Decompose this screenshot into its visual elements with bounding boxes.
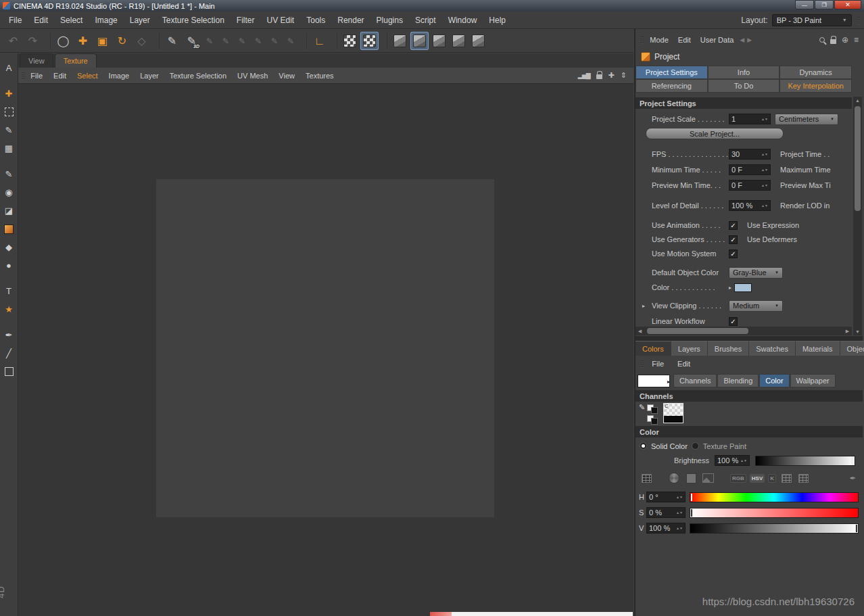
target-icon[interactable]: ⊕ bbox=[842, 35, 848, 45]
projection-paint-icon-1[interactable]: ✎ bbox=[202, 32, 217, 50]
color-box-icon[interactable] bbox=[684, 472, 698, 484]
uv-checker-icon-2[interactable] bbox=[360, 32, 379, 50]
projection-paint-icon-2[interactable]: ✎ bbox=[218, 32, 233, 50]
redo-icon[interactable]: ↷ bbox=[24, 32, 42, 50]
lock-icon[interactable] bbox=[830, 39, 836, 44]
sponge-tool-icon[interactable]: ● bbox=[2, 258, 16, 273]
move-tool-icon[interactable]: ✚ bbox=[2, 87, 16, 101]
texmenu-view[interactable]: View bbox=[273, 72, 300, 80]
shape-tool-icon[interactable] bbox=[2, 364, 16, 379]
texmenu-select[interactable]: Select bbox=[72, 72, 103, 80]
projection-paint-icon-5[interactable]: ✎ bbox=[267, 32, 282, 50]
grip-handle-icon[interactable]: ⣿ bbox=[640, 37, 644, 43]
projection-paint-icon-6[interactable]: ✎ bbox=[283, 32, 298, 50]
menu-select[interactable]: Select bbox=[54, 16, 89, 25]
gradient-marker[interactable] bbox=[691, 494, 692, 501]
colors-menu-file[interactable]: File bbox=[646, 360, 669, 368]
fps-field[interactable]: 30▲▼ bbox=[729, 149, 771, 160]
pan-icon[interactable]: ✚ bbox=[608, 71, 615, 80]
texture-view-cube-icon-2[interactable] bbox=[410, 32, 429, 50]
zoom-icon[interactable]: ⇕ bbox=[621, 71, 627, 80]
stepper-icon[interactable]: ▲▼ bbox=[676, 496, 683, 498]
tab-channels[interactable]: Channels bbox=[673, 374, 717, 387]
k-mode-icon[interactable]: K bbox=[768, 474, 776, 483]
tab-info[interactable]: Info bbox=[708, 66, 780, 79]
maximize-button[interactable]: ❐ bbox=[815, 0, 834, 9]
menu-edit[interactable]: Edit bbox=[28, 16, 54, 25]
use-motion-system-checkbox[interactable]: ✓ bbox=[729, 250, 738, 258]
histogram-icon[interactable]: ▂▅▇ bbox=[578, 72, 590, 79]
channel-swatch-pair[interactable] bbox=[647, 415, 658, 425]
texmenu-textures[interactable]: Textures bbox=[300, 72, 339, 80]
projection-paint-icon-3[interactable]: ✎ bbox=[235, 32, 249, 50]
use-animation-checkbox[interactable]: ✓ bbox=[729, 221, 738, 230]
clone-tool-icon[interactable]: ◉ bbox=[2, 185, 16, 199]
lock-icon[interactable] bbox=[596, 74, 602, 79]
menu-script[interactable]: Script bbox=[409, 16, 442, 25]
saturation-field[interactable]: 0 %▲▼ bbox=[646, 507, 686, 518]
line-tool-icon[interactable]: ╱ bbox=[2, 346, 16, 360]
scroll-right-icon[interactable]: ▶ bbox=[843, 329, 852, 334]
gradient-marker[interactable] bbox=[691, 509, 692, 517]
texture-view-cube-icon-4[interactable] bbox=[450, 32, 468, 50]
use-generators-checkbox[interactable]: ✓ bbox=[729, 235, 738, 244]
menu-layer[interactable]: Layer bbox=[124, 16, 156, 25]
tab-texture[interactable]: Texture bbox=[55, 53, 97, 68]
scroll-left-icon[interactable]: ◀ bbox=[635, 329, 644, 334]
texmenu-layer[interactable]: Layer bbox=[135, 72, 164, 80]
tab-color[interactable]: Color bbox=[759, 374, 789, 387]
section-header-channels[interactable]: Channels bbox=[635, 390, 863, 402]
stepper-icon[interactable]: ▲▼ bbox=[761, 204, 768, 207]
smudge-tool-icon[interactable]: ◆ bbox=[2, 240, 16, 254]
default-object-color-dropdown[interactable]: Gray-Blue▼ bbox=[729, 267, 783, 279]
menu-help[interactable]: Help bbox=[483, 16, 512, 25]
color-picker-icon[interactable] bbox=[640, 472, 653, 484]
stepper-icon[interactable]: ▲▼ bbox=[761, 184, 768, 187]
section-header-project-settings[interactable]: Project Settings bbox=[635, 97, 852, 109]
texture-image[interactable] bbox=[156, 179, 494, 517]
stepper-icon[interactable]: ▲▼ bbox=[761, 168, 768, 171]
type-tool-icon[interactable]: T bbox=[2, 284, 16, 298]
swatch-grid-icon[interactable] bbox=[796, 472, 810, 484]
gradient-marker[interactable] bbox=[856, 525, 857, 532]
eyedropper-icon[interactable]: ✒ bbox=[850, 474, 856, 483]
preview-min-time-field[interactable]: 0 F▲▼ bbox=[729, 180, 771, 191]
expand-arrow-icon[interactable]: ▸ bbox=[642, 303, 645, 309]
tab-colors[interactable]: Colors bbox=[635, 341, 671, 356]
scrollbar-thumb[interactable] bbox=[647, 328, 748, 334]
minimum-time-field[interactable]: 0 F▲▼ bbox=[729, 164, 771, 175]
menu-uv-edit[interactable]: UV Edit bbox=[261, 16, 301, 25]
tab-brushes[interactable]: Brushes bbox=[708, 341, 749, 356]
text-tool-icon[interactable]: A bbox=[2, 61, 16, 75]
colors-menu-edit[interactable]: Edit bbox=[672, 360, 696, 368]
rotate-icon[interactable]: ↻ bbox=[113, 32, 131, 50]
hsv-mode-icon[interactable]: HSV bbox=[750, 474, 765, 483]
mixer-icon[interactable] bbox=[779, 472, 793, 484]
menu-tools[interactable]: Tools bbox=[300, 16, 331, 25]
grip-handle-icon[interactable]: ⣿ bbox=[856, 17, 860, 24]
pattern-tool-icon[interactable]: ▦ bbox=[2, 141, 16, 156]
projection-paint-icon-4[interactable]: ✎ bbox=[251, 32, 266, 50]
live-selection-icon[interactable]: ◯ bbox=[54, 32, 72, 50]
tab-swatches[interactable]: Swatches bbox=[749, 341, 796, 356]
history-forward-icon[interactable]: ▶ bbox=[747, 37, 752, 43]
brightness-gradient-bar[interactable] bbox=[755, 456, 855, 466]
menu-file[interactable]: File bbox=[3, 16, 28, 25]
tab-view[interactable]: View bbox=[20, 53, 53, 68]
minimize-button[interactable]: — bbox=[795, 0, 814, 9]
texmenu-uv-mesh[interactable]: UV Mesh bbox=[232, 72, 273, 80]
texture-view-cube-icon-1[interactable] bbox=[391, 32, 409, 50]
search-icon[interactable] bbox=[819, 37, 825, 43]
pen-tool-icon[interactable]: ✎ bbox=[2, 123, 16, 137]
tab-key-interpolation[interactable]: Key Interpolation bbox=[779, 79, 852, 93]
grip-handle-icon[interactable]: ⣿ bbox=[640, 360, 644, 367]
value-gradient-bar[interactable] bbox=[690, 523, 859, 534]
color-wheel-icon[interactable] bbox=[667, 472, 681, 484]
tab-dynamics[interactable]: Dynamics bbox=[779, 66, 852, 79]
tab-referencing[interactable]: Referencing bbox=[635, 79, 708, 93]
paint-brush-icon[interactable]: ✎ bbox=[163, 32, 181, 50]
texmenu-file[interactable]: File bbox=[25, 72, 48, 80]
horizontal-scrollbar[interactable]: ◀ ▶ bbox=[635, 327, 852, 335]
menu-filter[interactable]: Filter bbox=[231, 16, 261, 25]
am-menu-mode[interactable]: Mode bbox=[646, 36, 672, 44]
